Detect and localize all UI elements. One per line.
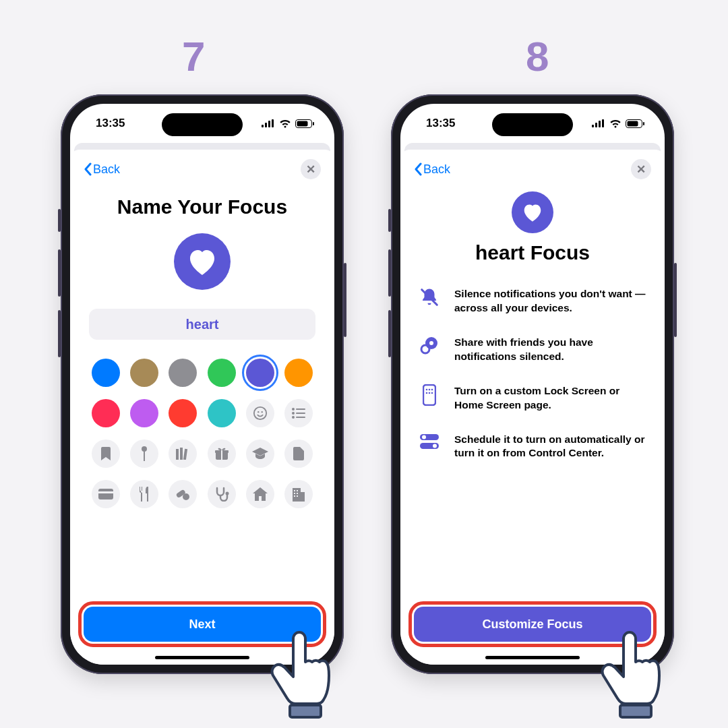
svg-rect-35	[294, 495, 295, 497]
color-swatch-gold[interactable]	[130, 359, 158, 387]
color-swatch-teal[interactable]	[208, 399, 236, 427]
feature-item: Silence notifications you don't want — a…	[418, 287, 647, 315]
color-swatch-pink[interactable]	[92, 399, 120, 427]
svg-point-14	[292, 416, 295, 419]
svg-point-47	[429, 341, 433, 345]
modal-sheet: Back ✕ heart Focus Silence notifications…	[400, 150, 665, 665]
focus-icon-preview	[174, 233, 231, 290]
svg-point-58	[433, 444, 437, 448]
color-swatch-orange[interactable]	[284, 359, 313, 387]
svg-rect-20	[183, 449, 187, 460]
color-swatch-green[interactable]	[208, 359, 236, 387]
focus-name-value: heart	[186, 317, 219, 332]
step-number-7: 7	[182, 32, 205, 80]
customize-button-label: Customize Focus	[482, 617, 582, 632]
customize-focus-button[interactable]: Customize Focus	[414, 607, 651, 642]
icon-option-credit-card[interactable]	[92, 480, 120, 508]
battery-icon	[626, 119, 644, 128]
icon-option-graduation[interactable]	[246, 439, 274, 468]
icon-option-pin[interactable]	[130, 439, 158, 468]
feature-text: Share with friends you have notification…	[454, 336, 647, 364]
home-indicator[interactable]	[485, 656, 580, 659]
heart-icon	[521, 202, 544, 222]
svg-rect-40	[602, 119, 604, 127]
focus-icon-preview	[512, 191, 553, 233]
svg-point-9	[262, 411, 263, 413]
svg-rect-5	[297, 121, 308, 126]
color-swatch-violet[interactable]	[130, 399, 158, 427]
svg-rect-31	[294, 490, 295, 491]
next-button-label: Next	[189, 617, 215, 632]
svg-point-12	[292, 412, 295, 415]
modal-sheet: Back ✕ Name Your Focus heart	[70, 150, 334, 665]
feature-list: Silence notifications you don't want — a…	[414, 287, 651, 460]
svg-rect-0	[262, 125, 264, 127]
icon-option-file[interactable]	[284, 439, 313, 468]
chevron-left-icon	[84, 162, 92, 176]
svg-rect-18	[176, 449, 179, 460]
svg-point-7	[254, 407, 266, 419]
svg-rect-25	[98, 491, 113, 493]
close-button[interactable]: ✕	[301, 159, 321, 179]
svg-point-56	[422, 435, 426, 439]
step-number-8: 8	[526, 32, 549, 80]
icon-option-list[interactable]	[284, 399, 313, 427]
color-icon-grid	[86, 359, 318, 508]
back-button[interactable]: Back	[84, 162, 120, 177]
icon-option-gift[interactable]	[208, 439, 236, 468]
page-title: heart Focus	[414, 241, 651, 264]
status-time: 13:35	[426, 117, 455, 130]
svg-rect-60	[620, 705, 651, 717]
svg-rect-19	[180, 448, 183, 460]
focus-name-input[interactable]: heart	[89, 309, 315, 340]
close-button[interactable]: ✕	[631, 159, 651, 179]
feature-text: Turn on a custom Lock Screen or Home Scr…	[454, 384, 647, 413]
svg-rect-42	[628, 121, 638, 126]
color-swatch-purple[interactable]	[246, 359, 274, 387]
feature-text: Silence notifications you don't want — a…	[454, 287, 647, 315]
battery-icon	[295, 119, 314, 128]
phone-step-8: 13:35 Back ✕ heart Focus	[391, 94, 674, 674]
icon-option-books[interactable]	[169, 439, 197, 468]
svg-rect-17	[144, 451, 145, 461]
feature-item: Share with friends you have notification…	[418, 336, 647, 364]
svg-rect-1	[265, 123, 267, 127]
chevron-left-icon	[414, 162, 422, 176]
icon-option-stethoscope[interactable]	[208, 480, 236, 508]
feature-item: Turn on a custom Lock Screen or Home Scr…	[418, 384, 647, 413]
icon-option-bookmark[interactable]	[92, 439, 120, 468]
back-label: Back	[423, 162, 450, 177]
icon-option-pills[interactable]	[169, 480, 197, 508]
svg-point-27	[183, 493, 189, 500]
wifi-icon	[279, 119, 291, 128]
color-swatch-red[interactable]	[169, 399, 197, 427]
svg-point-53	[429, 392, 431, 394]
svg-rect-13	[296, 413, 305, 414]
svg-point-16	[142, 446, 147, 452]
svg-point-10	[292, 408, 295, 411]
next-button[interactable]: Next	[84, 607, 321, 642]
color-swatch-gray[interactable]	[169, 359, 197, 387]
status-time: 13:35	[96, 117, 125, 130]
toggles-icon	[419, 433, 440, 450]
svg-point-28	[225, 492, 229, 495]
cellular-icon	[262, 119, 275, 127]
bell-slash-icon	[419, 287, 439, 307]
color-swatch-blue[interactable]	[92, 359, 120, 387]
icon-option-fork-knife[interactable]	[130, 480, 158, 508]
svg-point-8	[257, 411, 259, 413]
svg-rect-59	[290, 705, 321, 717]
svg-rect-11	[296, 408, 305, 410]
dynamic-island	[162, 113, 243, 136]
svg-rect-33	[294, 493, 295, 494]
svg-rect-15	[296, 417, 305, 418]
back-button[interactable]: Back	[414, 162, 450, 177]
svg-rect-3	[272, 119, 274, 127]
icon-option-building[interactable]	[284, 480, 313, 508]
icon-option-smiley[interactable]	[246, 399, 274, 427]
icon-option-house[interactable]	[246, 480, 274, 508]
home-indicator[interactable]	[155, 656, 249, 659]
dynamic-island	[492, 113, 573, 136]
svg-rect-32	[297, 490, 298, 491]
cellular-icon	[592, 119, 605, 127]
